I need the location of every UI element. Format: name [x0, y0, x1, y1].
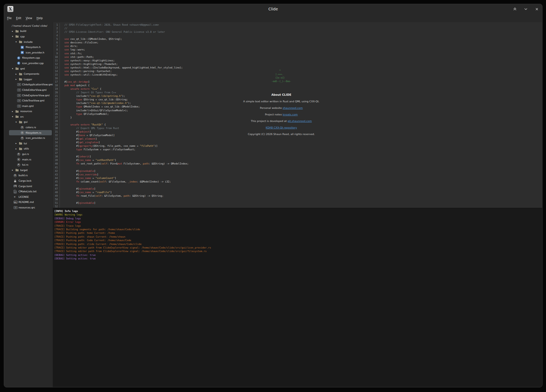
lock-icon	[14, 179, 18, 182]
code-line: 4	[53, 34, 542, 37]
link-shaunreed-com[interactable]: shaunreed.com	[283, 106, 303, 109]
rust-file-icon: R	[17, 163, 22, 166]
tree-item-label: gui	[24, 121, 28, 123]
titlebar[interactable]: X Clide	[4, 4, 542, 14]
menu-view[interactable]: View	[24, 16, 34, 21]
tree-item-clidetreeview.qml[interactable]: QtClideTreeView.qml	[9, 98, 52, 103]
tree-item-colors.rs[interactable]: Rcolors.rs	[9, 125, 52, 130]
chevron-down-icon[interactable]: ▾	[15, 121, 19, 123]
tree-item-license[interactable]: ✳LICENSE	[9, 194, 52, 200]
code-line: 12use syntect::highlighting::ThemeSet;	[53, 62, 542, 66]
chevron-down-icon[interactable]	[524, 7, 528, 11]
line-number: 3	[53, 30, 60, 34]
tree-item-gui.rs[interactable]: Rgui.rs	[9, 151, 52, 157]
tree-item-tui.rs[interactable]: Rtui.rs	[9, 162, 52, 167]
tree-item-resources[interactable]: ▸resources	[9, 109, 52, 114]
code-text: unsafe extern "C++" {	[64, 87, 102, 91]
tree-item-build.rs[interactable]: Rbuild.rs	[9, 173, 52, 178]
line-number: 10	[53, 55, 60, 59]
menu-edit[interactable]: Edit	[14, 16, 23, 21]
close-icon[interactable]	[535, 7, 539, 11]
double-chevron-up-icon[interactable]	[513, 7, 517, 11]
tree-item-cargo.toml[interactable]: [T]Cargo.toml	[9, 184, 52, 189]
tree-item-label: ClideTreeView.qml	[22, 99, 44, 102]
tree-item-logger[interactable]: ▸Logger	[9, 77, 52, 82]
log-line-trace: [TRACE] Setting editor path from ClideEx…	[54, 250, 542, 253]
tree-item-filesystem.cpp[interactable]: Cfilesystem.cpp	[9, 55, 52, 61]
chevron-right-icon[interactable]: ▸	[12, 169, 15, 171]
tree-root-path[interactable]: / home/ shaun/ Code/ clide/	[8, 23, 53, 29]
code-text: }	[64, 116, 72, 119]
line-number: 37	[53, 151, 60, 155]
tree-item-resources.qrc[interactable]: Qtresources.qrc	[9, 205, 52, 210]
rust-file-icon: R	[17, 153, 22, 156]
chevron-right-icon[interactable]: ▸	[12, 110, 15, 113]
tree-item-src[interactable]: ▾src	[9, 114, 52, 119]
menu-file[interactable]: File	[5, 16, 14, 21]
chevron-right-icon[interactable]: ▸	[15, 78, 19, 80]
tree-item-components[interactable]: ▸Components	[9, 71, 52, 77]
tree-item-clideapplicationview.qml[interactable]: QtClideApplicationView.qml	[9, 82, 52, 88]
chevron-right-icon[interactable]: ▸	[15, 73, 19, 75]
code-line: 10use std::path::Path;	[53, 55, 542, 59]
folder-icon	[19, 72, 23, 76]
tree-item-label: Cargo.lock	[19, 179, 31, 182]
tree-item-cargo.lock[interactable]: Cargo.lock	[9, 178, 52, 184]
tree-item-utils[interactable]: ▸utils	[9, 146, 52, 152]
code-text: #[cxx_name = "readFile"]	[64, 191, 112, 194]
folder-icon	[19, 142, 23, 145]
tree-item-target[interactable]: ▸target	[9, 167, 52, 173]
tree-item-readme.md[interactable]: M↓README.md	[9, 200, 52, 205]
line-number: 24	[53, 105, 60, 109]
tree-item-cpp[interactable]: ▾cpp	[9, 34, 52, 39]
chevron-right-icon[interactable]: ▸	[15, 148, 19, 150]
code-line: 5use cxx_qt_lib::{QModelIndex, QString};	[53, 37, 542, 41]
code-text: fn set_root_path(self: Pin<&mut FileSyst…	[64, 162, 189, 166]
code-text: use std::fs;	[64, 52, 82, 55]
markdown-file-icon: M↓	[14, 201, 18, 204]
tree-item-cmakelists.txt[interactable]: CMakeLists.txt	[9, 189, 52, 194]
tree-item-build[interactable]: ▸build	[9, 29, 52, 34]
tree-item-label: ClideApplicationView.qml	[22, 83, 53, 86]
line-number: 7	[53, 44, 60, 48]
code-line: 44 #[cxx_name = "columnCount"]	[53, 176, 542, 180]
line-number: 38	[53, 155, 60, 158]
tree-item-icon-provider.rs[interactable]: Ricon_provider.rs	[9, 135, 52, 141]
chevron-down-icon[interactable]: ▾	[12, 115, 15, 118]
link-git-shaunreed-com[interactable]: git.shaunreed.com	[288, 119, 312, 122]
code-line: 39 #[cxx_name = "setRootPath"]	[53, 158, 542, 162]
chevron-right-icon[interactable]: ▸	[15, 142, 19, 145]
log-console[interactable]: [INFO] Info logs[WARN] Warning logs[DEBU…	[53, 208, 542, 387]
folder-icon	[19, 120, 23, 124]
tree-item-main.rs[interactable]: Rmain.rs	[9, 157, 52, 162]
tree-item-gui[interactable]: ▾gui	[9, 119, 52, 125]
line-number: 50	[53, 198, 60, 201]
tree-item-filesystem.rs[interactable]: Rfilesystem.rs	[9, 130, 52, 136]
line-number: 16	[53, 77, 60, 80]
tree-item-icon-provider.cpp[interactable]: Cicon_provider.cpp	[9, 61, 52, 66]
chevron-down-icon[interactable]: ▾	[12, 35, 15, 38]
tree-item-main.qml[interactable]: Qtmain.qml	[9, 103, 52, 109]
about-text-line: KDAB CXX-Qt repository	[199, 126, 363, 129]
tree-item-qml[interactable]: ▾qml	[9, 66, 52, 71]
tree-item-icon-provider.h[interactable]: Hicon_provider.h	[9, 50, 52, 55]
tree-item-clideexplorerview.qml[interactable]: QtClideExplorerView.qml	[9, 93, 52, 98]
log-line-debug: [DEBUG] Setting active: true	[54, 257, 542, 261]
chevron-down-icon[interactable]: ▾	[12, 67, 15, 70]
link-kdab-cxx-qt-repository[interactable]: KDAB CXX-Qt repository	[266, 126, 297, 129]
qml-file-icon: Qt	[17, 94, 22, 97]
file-tree-sidebar: / home/ shaun/ Code/ clide/ ▸build▾cpp▾i…	[8, 22, 53, 387]
log-line-trace: [TRACE] Trace logs	[54, 224, 542, 228]
code-text: // SPDX-License-Identifier: GNU General …	[64, 30, 165, 34]
tree-item-filesystem.h[interactable]: Hfilesystem.h	[9, 44, 52, 50]
tree-item-clideeditorview.qml[interactable]: QtClideEditorView.qml	[9, 87, 52, 93]
link-knoats-com[interactable]: knoats.com	[283, 113, 298, 116]
tree-item-tui[interactable]: ▸tui	[9, 141, 52, 146]
menu-help[interactable]: Help	[35, 16, 45, 21]
code-editor[interactable]: 1// SPDX-FileCopyrightText: 2026, Shaun …	[53, 22, 542, 208]
chevron-down-icon[interactable]: ▾	[15, 41, 19, 43]
code-text: // Import Qt Types from C++	[64, 91, 116, 94]
chevron-right-icon[interactable]: ▸	[12, 30, 15, 32]
tree-item-label: colors.rs	[26, 126, 36, 129]
tree-item-include[interactable]: ▾include	[9, 39, 52, 45]
